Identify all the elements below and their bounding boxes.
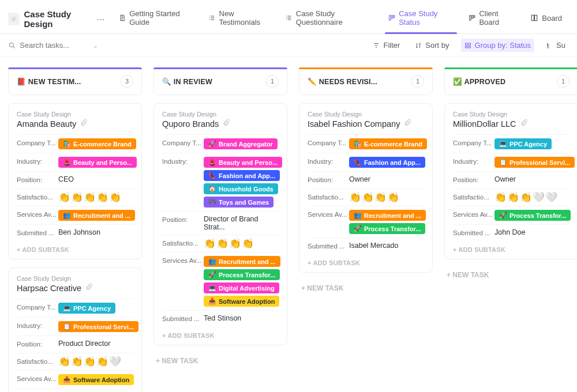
field-label: Position: (453, 175, 494, 183)
field-row: Industry:📋Professional Servi... (453, 153, 569, 171)
subtasks-button[interactable]: Su (542, 39, 569, 52)
field-label: Submitted ... (162, 314, 204, 322)
column-title: ✅ APPROVED (453, 77, 505, 86)
tag-household[interactable]: 🏠Household Goods (204, 183, 278, 194)
task-card[interactable]: Case Study DesignMillionDollar LLCCompan… (444, 103, 577, 259)
field-value: John Doe (494, 228, 569, 236)
tab-questionnaire[interactable]: Case Study Questionnaire (278, 5, 380, 33)
tab-client-board[interactable]: Client Board (462, 5, 522, 33)
card-title: Harpsac Creative (17, 283, 133, 293)
column-header[interactable]: 🔍 IN REVIEW1 (153, 67, 287, 95)
tag-brand_agg[interactable]: 🚀Brand Aggregator (204, 138, 278, 149)
tag-prof[interactable]: 📋Professional Servi... (58, 321, 138, 332)
column: 📕 NEW TESTIM...3Case Study DesignAmanda … (8, 67, 142, 392)
tag-process[interactable]: 🚀Process Transfor... (349, 223, 425, 234)
tag-ppc[interactable]: 💻PPC Agency (494, 138, 552, 149)
add-subtask-button[interactable]: + ADD SUBTASK (308, 255, 424, 267)
new-task-button[interactable]: + NEW TASK (153, 353, 287, 368)
search-input[interactable] (20, 41, 89, 50)
attachment-icon[interactable] (403, 119, 411, 129)
tag-process[interactable]: 🚀Process Transfor... (494, 210, 571, 221)
field-label: Services Av... (162, 256, 204, 264)
tag-ecommerce[interactable]: 🛍️E-commerce Brand (349, 138, 427, 149)
card-title: Quporo Brands (162, 119, 279, 129)
column: ✅ APPROVED1Case Study DesignMillionDolla… (444, 67, 577, 282)
group-button[interactable]: Group by: Status (461, 39, 535, 52)
space-menu-icon[interactable]: ··· (97, 15, 105, 24)
svg-rect-8 (535, 15, 537, 20)
tag-process[interactable]: 🚀Process Transfor... (204, 269, 280, 280)
filter-button[interactable]: Filter (369, 39, 403, 52)
tab-board[interactable]: Board (523, 9, 569, 29)
field-label: Satisfactio... (453, 193, 494, 201)
tag-fashion[interactable]: 👠Fashion and App... (349, 157, 425, 168)
field-row: Industry:💄Beauty and Perso...👠Fashion an… (162, 153, 279, 211)
field-row: Services Av...👥Recruitment and ... (17, 206, 133, 224)
svg-rect-11 (469, 43, 471, 46)
filter-label: Filter (383, 41, 400, 50)
svg-rect-1 (389, 16, 391, 20)
field-row: Company T...🛍️E-commerce Brand (308, 134, 424, 153)
tag-digital[interactable]: 💻Digital Advertising (204, 282, 279, 293)
field-value: 👠Fashion and App... (349, 157, 425, 168)
tag-beauty[interactable]: 💄Beauty and Perso... (204, 157, 282, 168)
tag-ppc[interactable]: 💻PPC Agency (58, 303, 115, 314)
field-value: 👏👏👏👏 (204, 239, 279, 248)
field-value: 🛍️E-commerce Brand (349, 138, 427, 149)
tab-new-testimonials[interactable]: New Testimonials (201, 5, 277, 33)
field-row: Industry:👠Fashion and App... (308, 153, 424, 171)
tab-label: Board (542, 14, 562, 22)
chevron-down-icon[interactable]: ⌄ (92, 41, 99, 50)
sort-button[interactable]: Sort by (411, 39, 452, 52)
tag-beauty[interactable]: 💄Beauty and Perso... (58, 157, 137, 168)
add-subtask-button[interactable]: + ADD SUBTASK (453, 242, 569, 254)
tab-label: Client Board (479, 9, 515, 27)
field-label: Company T... (17, 303, 58, 311)
tag-fashion[interactable]: 👠Fashion and App... (204, 170, 280, 181)
field-row: Services Av...👥Recruitment and ...🚀Proce… (162, 252, 279, 310)
tag-recruit[interactable]: 👥Recruitment and ... (349, 210, 426, 221)
tab-case-study-status[interactable]: Case Study Status (381, 5, 460, 33)
field-row: Company T...🚀Brand Aggregator (162, 134, 279, 153)
tag-recruit[interactable]: 👥Recruitment and ... (204, 256, 280, 267)
space-title: Case Study Design (24, 9, 94, 29)
task-card[interactable]: Case Study DesignQuporo BrandsCompany T.… (153, 103, 287, 345)
column-header[interactable]: 📕 NEW TESTIM...3 (8, 67, 142, 95)
add-subtask-button[interactable]: + ADD SUBTASK (17, 242, 133, 254)
add-subtask-button[interactable]: + ADD SUBTASK (162, 327, 279, 340)
field-row: Company T...🛍️E-commerce Brand (17, 134, 133, 153)
task-card[interactable]: Case Study DesignHarpsac CreativeCompany… (8, 267, 142, 392)
tag-software[interactable]: 📥Software Adoption (58, 374, 134, 385)
tab-getting-started[interactable]: Getting Started Guide (112, 5, 200, 33)
attachment-icon[interactable] (520, 119, 528, 129)
field-row: Position:Director of Brand Strat... (162, 211, 279, 235)
search-wrap: ⌄ (8, 41, 118, 50)
new-task-button[interactable]: + NEW TASK (444, 267, 577, 282)
field-value: 🚀Process Transfor... (494, 210, 571, 221)
attachment-icon[interactable] (85, 283, 93, 293)
card-title: Isabel Fashion Company (308, 119, 424, 129)
task-card[interactable]: Case Study DesignIsabel Fashion CompanyC… (299, 103, 433, 273)
card-project: Case Study Design (17, 111, 133, 118)
field-label: Submitted ... (453, 228, 494, 236)
column-header[interactable]: ✏️ NEEDS REVISI...1 (299, 67, 433, 95)
field-label: Satisfactio... (17, 193, 58, 201)
attachment-icon[interactable] (80, 119, 88, 129)
tag-prof[interactable]: 📋Professional Servi... (494, 157, 575, 168)
tag-software[interactable]: 📥Software Adoption (204, 296, 279, 307)
toolbar: ⌄ Filter Sort by Group by: Status Su (0, 34, 577, 57)
tag-toys[interactable]: 🎮Toys and Games (204, 197, 273, 208)
new-task-button[interactable]: + NEW TASK (299, 281, 433, 296)
tag-ecommerce[interactable]: 🛍️E-commerce Brand (58, 138, 136, 149)
field-value: 👥Recruitment and ...🚀Process Transfor... (349, 210, 426, 234)
satisfaction-value: 👏👏👏🤍🤍 (494, 193, 558, 202)
attachment-icon[interactable] (222, 119, 230, 129)
task-card[interactable]: Case Study DesignAmanda BeautyCompany T.… (8, 103, 142, 259)
column-header[interactable]: ✅ APPROVED1 (444, 67, 577, 95)
svg-rect-4 (470, 16, 471, 20)
field-label: Submitted ... (17, 228, 58, 236)
card-project: Case Study Design (162, 111, 279, 118)
tag-recruit[interactable]: 👥Recruitment and ... (58, 210, 135, 221)
field-value: Director of Brand Strat... (204, 215, 279, 231)
field-row: Company T...💻PPC Agency (17, 299, 133, 317)
